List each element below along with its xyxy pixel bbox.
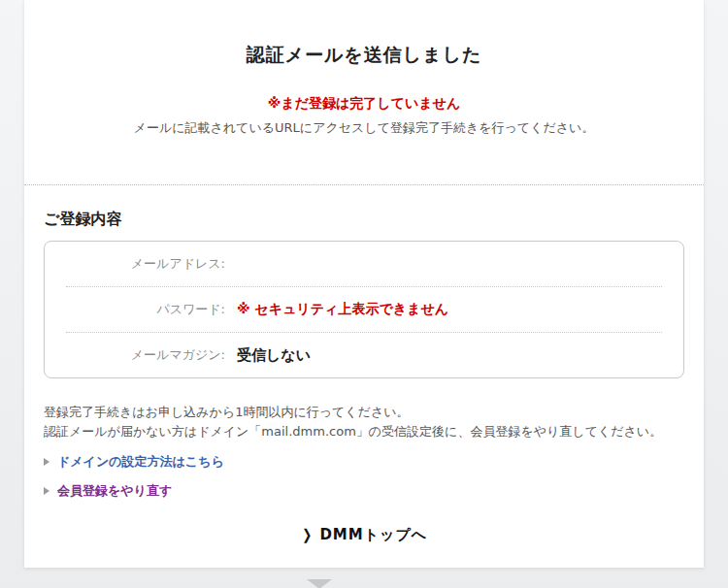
redo-registration-link-row: 会員登録をやり直す (44, 482, 684, 500)
mail-magazine-row: メールマガジン: 受信しない (45, 333, 683, 377)
domain-settings-link[interactable]: ドメインの設定方法はこちら (57, 453, 224, 471)
email-row: メールアドレス: (45, 242, 683, 286)
password-value: ※ セキュリティ上表示できません (237, 301, 448, 318)
registration-details-box: メールアドレス: パスワード: ※ セキュリティ上表示できません メールマガジン… (44, 241, 684, 378)
registration-incomplete-warning: ※まだ登録は完了していません (24, 95, 704, 113)
password-row: パスワード: ※ セキュリティ上表示できません (45, 287, 683, 332)
redo-registration-link[interactable]: 会員登録をやり直す (57, 482, 172, 500)
arrow-right-icon (44, 458, 50, 466)
current-step-pointer-icon (307, 579, 332, 588)
domain-settings-link-row: ドメインの設定方法はこちら (44, 453, 684, 471)
note-domain-setting: 認証メールが届かない方はドメイン「mail.dmm.com」の受信設定後に、会員… (44, 422, 684, 441)
dmm-top-link-label: DMMトップへ (319, 526, 427, 543)
email-label: メールアドレス: (45, 255, 225, 273)
section-divider (24, 184, 704, 185)
dmm-top-link[interactable]: ❯DMMトップへ (301, 526, 427, 543)
arrow-right-icon (44, 487, 50, 495)
note-time-limit: 登録完了手続きはお申し込みから1時間以内に行ってください。 (44, 403, 684, 422)
registration-details-heading: ご登録内容 (44, 210, 684, 230)
dmm-top-link-wrap: ❯DMMトップへ (24, 525, 704, 544)
main-card: 認証メールを送信しました ※まだ登録は完了していません メールに記載されているU… (24, 0, 704, 568)
verification-instruction: メールに記載されているURLにアクセスして登録完了手続きを行ってください。 (24, 119, 704, 137)
mail-magazine-value: 受信しない (237, 346, 311, 365)
page-title: 認証メールを送信しました (24, 0, 704, 68)
password-label: パスワード: (45, 301, 225, 318)
completion-notes: 登録完了手続きはお申し込みから1時間以内に行ってください。 認証メールが届かない… (44, 403, 684, 441)
mail-magazine-label: メールマガジン: (45, 346, 225, 364)
chevron-right-icon: ❯ (302, 526, 313, 543)
